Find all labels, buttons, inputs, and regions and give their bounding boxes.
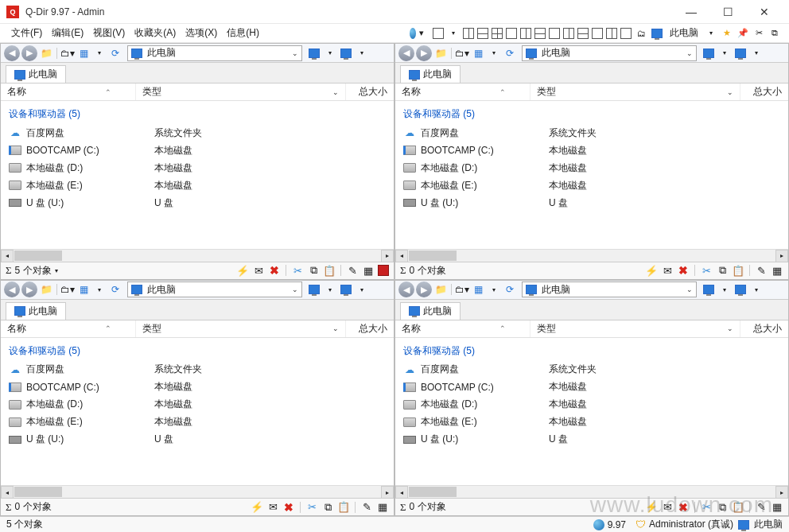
layout-6-icon[interactable] <box>520 28 531 39</box>
list-item[interactable]: 本地磁盘 (E:) 本地磁盘 <box>395 177 788 194</box>
dropdown2-icon[interactable]: ▾ <box>749 46 764 60</box>
dropdown2-icon[interactable]: ▾ <box>355 46 369 60</box>
menu-edit[interactable]: 编辑(E) <box>47 25 88 41</box>
edit-icon[interactable]: ✎ <box>755 264 768 277</box>
dropdown1-icon[interactable]: ▾ <box>323 282 337 297</box>
col-name[interactable]: 名称⌃ <box>395 320 531 337</box>
flash-icon[interactable]: ⚡ <box>251 501 263 514</box>
nav-up-button[interactable]: 📁 <box>433 282 448 297</box>
view-dropdown-button[interactable]: ▾ <box>487 46 501 60</box>
minimize-button[interactable]: — <box>673 0 709 24</box>
cut-icon[interactable]: ✂ <box>305 501 318 514</box>
list-item[interactable]: 本地磁盘 (D:) 本地磁盘 <box>395 396 788 414</box>
menu-file[interactable]: 文件(F) <box>6 25 47 41</box>
close-button[interactable]: ✕ <box>746 0 783 24</box>
cut-icon[interactable]: ✂ <box>291 264 304 277</box>
nav-up-button[interactable]: 📁 <box>39 46 53 60</box>
maximize-button[interactable]: ☐ <box>709 0 746 24</box>
delete-icon[interactable]: ✖ <box>268 264 281 277</box>
col-size[interactable]: 总大小 <box>346 83 394 100</box>
history-button[interactable]: 🗀▾ <box>455 46 469 60</box>
monitor1-button[interactable] <box>702 282 716 297</box>
layout-13-icon[interactable] <box>620 28 632 39</box>
file-list[interactable]: 设备和驱动器 (5) ☁ 百度网盘 系统文件夹 BOOTCAMP (C:) 本地… <box>1 338 394 486</box>
file-list[interactable]: 设备和驱动器 (5) ☁ 百度网盘 系统文件夹 BOOTCAMP (C:) 本地… <box>395 101 788 249</box>
pane-toggle-icon[interactable]: ⧉ <box>768 26 782 41</box>
scroll-thumb[interactable] <box>409 487 457 497</box>
path-combo[interactable]: 此电脑 ⌄ <box>522 45 697 61</box>
scroll-left-button[interactable]: ◂ <box>1 486 14 499</box>
globe-icon[interactable]: ▾ <box>410 26 424 41</box>
tab-computer[interactable]: 此电脑 <box>6 302 66 320</box>
list-item[interactable]: 本地磁盘 (E:) 本地磁盘 <box>395 414 788 431</box>
paste-icon[interactable]: 📋 <box>337 501 350 514</box>
layout-9-icon[interactable] <box>563 28 574 39</box>
monitor2-button[interactable] <box>733 282 748 297</box>
mail-icon[interactable]: ✉ <box>266 501 279 514</box>
history-button[interactable]: 🗀▾ <box>60 282 75 297</box>
dropdown2-icon[interactable]: ▾ <box>749 282 764 297</box>
nav-forward-button[interactable]: ▶ <box>416 45 432 61</box>
grid-view-button[interactable]: ▦ <box>76 282 91 297</box>
layout-8-icon[interactable] <box>549 28 560 39</box>
grid-view-button[interactable]: ▦ <box>76 46 91 60</box>
refresh-button[interactable]: ⟳ <box>503 282 517 297</box>
path-combo[interactable]: 此电脑 ⌄ <box>522 282 697 297</box>
tab-computer[interactable]: 此电脑 <box>400 302 461 320</box>
refresh-button[interactable]: ⟳ <box>108 46 122 60</box>
nav-forward-button[interactable]: ▶ <box>416 282 432 297</box>
layout-4-icon[interactable] <box>492 28 503 39</box>
list-item[interactable]: 本地磁盘 (D:) 本地磁盘 <box>1 396 394 414</box>
copy-icon[interactable]: ⧉ <box>716 501 729 514</box>
layout-7-icon[interactable] <box>534 28 546 39</box>
dropdown-icon[interactable]: ▾ <box>704 26 718 41</box>
list-item[interactable]: ☁ 百度网盘 系统文件夹 <box>395 124 788 142</box>
mail-icon[interactable]: ✉ <box>661 501 674 514</box>
view-dropdown-button[interactable]: ▾ <box>487 282 501 297</box>
scroll-right-button[interactable]: ▸ <box>381 486 394 499</box>
edit-icon[interactable]: ✎ <box>346 264 359 277</box>
scroll-thumb[interactable] <box>409 250 457 261</box>
col-type[interactable]: 类型⌄ <box>531 83 740 100</box>
grid-view-button[interactable]: ▦ <box>471 46 485 60</box>
layout-10-icon[interactable] <box>577 28 589 39</box>
col-type[interactable]: 类型⌄ <box>136 320 346 337</box>
list-item[interactable]: 本地磁盘 (D:) 本地磁盘 <box>395 159 788 177</box>
monitor2-button[interactable] <box>339 282 353 297</box>
monitor2-button[interactable] <box>339 46 353 60</box>
col-name[interactable]: 名称⌃ <box>1 320 136 337</box>
list-item[interactable]: U 盘 (U:) U 盘 <box>395 194 788 212</box>
layout-dropdown-icon[interactable]: ▾ <box>446 26 461 41</box>
tab-computer[interactable]: 此电脑 <box>400 65 461 83</box>
record-icon[interactable] <box>378 265 389 276</box>
scroll-thumb[interactable] <box>14 250 62 261</box>
nav-back-button[interactable]: ◀ <box>4 282 20 297</box>
mail-icon[interactable]: ✉ <box>252 264 265 277</box>
computer-icon[interactable] <box>650 26 664 41</box>
layout-1-icon[interactable] <box>433 28 444 39</box>
select-all-icon[interactable]: ▦ <box>376 501 389 514</box>
refresh-button[interactable]: ⟳ <box>503 46 517 60</box>
menu-favorites[interactable]: 收藏夹(A) <box>130 25 181 41</box>
horizontal-scrollbar[interactable]: ◂ ▸ <box>1 485 394 498</box>
col-type[interactable]: 类型⌄ <box>136 83 346 100</box>
file-list[interactable]: 设备和驱动器 (5) ☁ 百度网盘 系统文件夹 BOOTCAMP (C:) 本地… <box>1 101 394 249</box>
delete-icon[interactable]: ✖ <box>677 264 690 277</box>
copy-icon[interactable]: ⧉ <box>321 501 334 514</box>
select-all-icon[interactable]: ▦ <box>771 501 783 514</box>
monitor1-button[interactable] <box>702 46 716 60</box>
monitor2-button[interactable] <box>733 46 748 60</box>
scroll-thumb[interactable] <box>14 487 62 497</box>
menu-options[interactable]: 选项(X) <box>181 25 222 41</box>
cut-icon[interactable]: ✂ <box>752 26 766 41</box>
col-name[interactable]: 名称⌃ <box>1 83 136 100</box>
col-name[interactable]: 名称⌃ <box>395 83 531 100</box>
nav-back-button[interactable]: ◀ <box>398 282 414 297</box>
nav-up-button[interactable]: 📁 <box>39 282 53 297</box>
menu-view[interactable]: 视图(V) <box>88 25 130 41</box>
flash-icon[interactable]: ⚡ <box>645 264 658 277</box>
col-type[interactable]: 类型⌄ <box>531 320 740 337</box>
view-dropdown-button[interactable]: ▾ <box>92 282 107 297</box>
star-icon[interactable]: ★ <box>720 26 734 41</box>
list-item[interactable]: 本地磁盘 (E:) 本地磁盘 <box>1 414 394 431</box>
